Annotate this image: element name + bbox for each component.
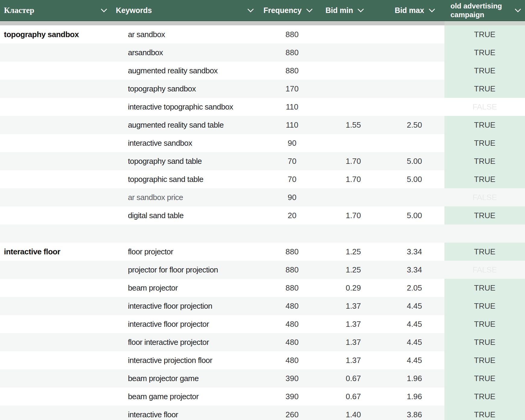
frequency-cell[interactable]: 880	[262, 261, 322, 279]
cluster-cell[interactable]	[0, 188, 113, 206]
bid-min-cell[interactable]: 1.70	[322, 206, 384, 224]
bid-max-cell[interactable]: 4.45	[384, 315, 444, 333]
keyword-cell[interactable]: ar sandbox price	[113, 188, 262, 206]
bid-min-cell[interactable]: 1.55	[322, 116, 384, 134]
campaign-cell[interactable]: TRUE	[444, 351, 525, 369]
cluster-cell[interactable]	[0, 297, 113, 315]
frequency-cell[interactable]: 170	[262, 80, 322, 98]
bid-max-cell[interactable]	[384, 188, 444, 206]
bid-max-cell[interactable]	[384, 80, 444, 98]
frequency-cell[interactable]: 110	[262, 98, 322, 116]
keyword-cell[interactable]: augmented reality sand table	[113, 116, 262, 134]
frequency-cell[interactable]: 480	[262, 333, 322, 351]
keyword-cell[interactable]: beam projector	[113, 279, 262, 297]
bid-min-cell[interactable]: 0.67	[322, 369, 384, 387]
cluster-cell[interactable]	[0, 152, 113, 170]
bid-min-cell[interactable]: 0.29	[322, 279, 384, 297]
bid-min-cell[interactable]: 1.40	[322, 406, 384, 420]
cluster-cell[interactable]	[0, 80, 113, 98]
bid-min-cell[interactable]: 1.37	[322, 333, 384, 351]
bid-max-cell[interactable]: 2.50	[384, 116, 444, 134]
campaign-cell[interactable]: TRUE	[444, 62, 525, 80]
bid-min-cell[interactable]: 1.70	[322, 152, 384, 170]
campaign-cell[interactable]: TRUE	[444, 80, 525, 98]
cluster-cell[interactable]	[0, 43, 113, 62]
bid-max-cell[interactable]	[384, 98, 444, 116]
bid-max-cell[interactable]: 4.45	[384, 351, 444, 369]
campaign-cell[interactable]: FALSE	[444, 188, 525, 206]
bid-min-cell[interactable]: 1.37	[322, 297, 384, 315]
keyword-cell[interactable]: ar sandbox	[113, 25, 262, 43]
keyword-cell[interactable]: interactive topographic sandbox	[113, 98, 262, 116]
keyword-cell[interactable]: floor interactive projector	[113, 333, 262, 351]
frequency-cell[interactable]: 480	[262, 351, 322, 369]
cluster-cell[interactable]	[0, 224, 113, 243]
keyword-cell[interactable]: beam game projector	[113, 387, 262, 406]
frequency-cell[interactable]: 880	[262, 43, 322, 62]
cluster-cell[interactable]	[0, 170, 113, 188]
cluster-cell[interactable]	[0, 351, 113, 369]
campaign-cell[interactable]: TRUE	[444, 116, 525, 134]
bid-max-cell[interactable]: 4.45	[384, 333, 444, 351]
frequency-cell[interactable]: 880	[262, 62, 322, 80]
campaign-cell[interactable]: TRUE	[444, 243, 525, 261]
cluster-cell[interactable]	[0, 261, 113, 279]
campaign-cell[interactable]: FALSE	[444, 261, 525, 279]
bid-min-cell[interactable]: 1.25	[322, 261, 384, 279]
frequency-cell[interactable]: 880	[262, 25, 322, 43]
frequency-cell[interactable]: 90	[262, 134, 322, 152]
keyword-cell[interactable]: interactive floor projector	[113, 315, 262, 333]
campaign-cell[interactable]: TRUE	[444, 369, 525, 387]
campaign-cell[interactable]: TRUE	[444, 297, 525, 315]
campaign-cell[interactable]: TRUE	[444, 279, 525, 297]
frequency-cell[interactable]: 480	[262, 297, 322, 315]
bid-max-cell[interactable]: 5.00	[384, 170, 444, 188]
bid-max-cell[interactable]: 5.00	[384, 206, 444, 224]
bid-max-cell[interactable]: 4.45	[384, 297, 444, 315]
frequency-cell[interactable]: 110	[262, 116, 322, 134]
cluster-cell[interactable]	[0, 116, 113, 134]
bid-min-cell[interactable]	[322, 43, 384, 62]
frequency-cell[interactable]: 90	[262, 188, 322, 206]
campaign-cell[interactable]: TRUE	[444, 25, 525, 43]
bid-min-cell[interactable]: 1.37	[322, 315, 384, 333]
bid-min-cell[interactable]: 1.25	[322, 243, 384, 261]
keyword-cell[interactable]: arsandbox	[113, 43, 262, 62]
frequency-cell[interactable]: 70	[262, 152, 322, 170]
cluster-cell[interactable]	[0, 62, 113, 80]
cluster-cell[interactable]: interactive floor	[0, 243, 113, 261]
bid-max-cell[interactable]: 3.34	[384, 261, 444, 279]
cluster-cell[interactable]	[0, 134, 113, 152]
keyword-cell[interactable]: digital sand table	[113, 206, 262, 224]
keyword-cell[interactable]: interactive sandbox	[113, 134, 262, 152]
keyword-cell[interactable]: beam projector game	[113, 369, 262, 387]
campaign-cell[interactable]: TRUE	[444, 387, 525, 406]
bid-min-cell[interactable]: 1.37	[322, 351, 384, 369]
bid-min-cell[interactable]	[322, 134, 384, 152]
keyword-cell[interactable]: floor projector	[113, 243, 262, 261]
bid-max-cell[interactable]: 5.00	[384, 152, 444, 170]
cluster-cell[interactable]	[0, 279, 113, 297]
bid-min-cell[interactable]	[322, 80, 384, 98]
frequency-cell[interactable]: 260	[262, 406, 322, 420]
bid-max-cell[interactable]: 1.96	[384, 387, 444, 406]
campaign-cell[interactable]: TRUE	[444, 333, 525, 351]
campaign-cell[interactable]: TRUE	[444, 315, 525, 333]
cluster-cell[interactable]	[0, 406, 113, 420]
cluster-cell[interactable]	[0, 369, 113, 387]
chevron-down-icon[interactable]	[358, 6, 364, 12]
chevron-down-icon[interactable]	[515, 6, 521, 12]
bid-max-cell[interactable]: 1.96	[384, 369, 444, 387]
keyword-cell[interactable]: topographic sand table	[113, 170, 262, 188]
frequency-cell[interactable]: 70	[262, 170, 322, 188]
campaign-cell[interactable]: TRUE	[444, 134, 525, 152]
bid-min-cell[interactable]	[322, 98, 384, 116]
keyword-cell[interactable]: topography sand table	[113, 152, 262, 170]
frequency-cell[interactable]: 390	[262, 387, 322, 406]
frequency-cell[interactable]: 390	[262, 369, 322, 387]
cluster-cell[interactable]	[0, 206, 113, 224]
cluster-cell[interactable]	[0, 315, 113, 333]
keyword-cell[interactable]: interactive floor	[113, 406, 262, 420]
bid-min-cell[interactable]: 1.70	[322, 170, 384, 188]
cluster-cell[interactable]	[0, 98, 113, 116]
